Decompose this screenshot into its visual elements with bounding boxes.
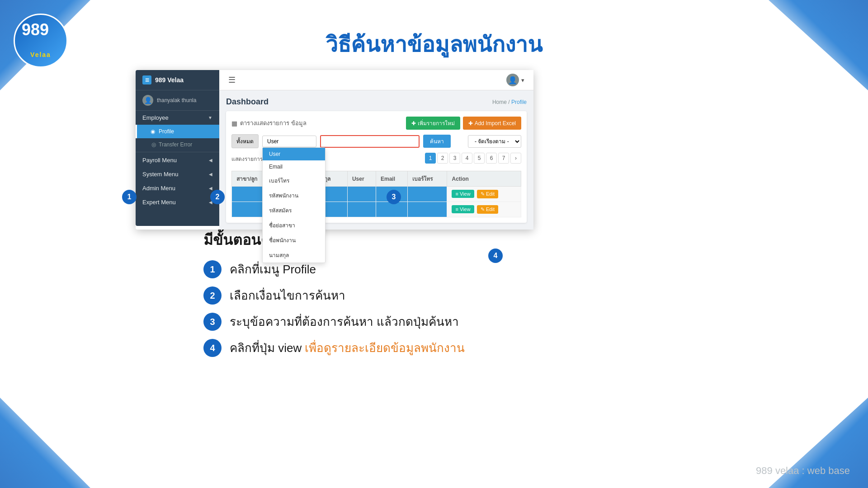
action-buttons: ✚ เพิ่มรายการใหม่ ✚ Add Import Excel [406, 117, 521, 130]
cell-action-1: ≡ View ✎ Edit [447, 187, 521, 202]
dropdown-item-emp-name[interactable]: ชื่อพนักงาน [263, 233, 325, 248]
user-avatar: 👤 [142, 95, 153, 106]
cell-phone-2 [408, 202, 447, 217]
col-action: Action [447, 171, 521, 187]
page-btn-6[interactable]: 6 [486, 153, 497, 164]
admin-label: Admin Menu [142, 185, 175, 192]
expert-label: Expert Menu [142, 199, 176, 206]
hamburger-icon[interactable]: ☰ [228, 75, 236, 85]
sort-select[interactable]: - จัดเรียงตาม - [468, 135, 521, 148]
sidebar-item-employee[interactable]: Employee ▼ [136, 111, 219, 125]
content-body: Dashboard Home / Profile ▦ ตารางแสดงรายก… [219, 90, 533, 230]
dropdown-item-reg-code[interactable]: รหัสสมัคร [263, 203, 325, 218]
dashboard-title: Dashboard [226, 97, 269, 107]
step-row-1: 1 คลิกที่เมนู Profile [203, 260, 465, 278]
profile-icon: ◉ [151, 128, 155, 135]
dropdown-item-email[interactable]: Email [263, 160, 325, 173]
employee-arrow-icon: ▼ [208, 115, 212, 120]
page-main-title: วิธีค้นหาข้อมูลพนักงาน [0, 27, 868, 61]
edit-button-1[interactable]: ✎ Edit [477, 190, 498, 198]
table-panel-header: ▦ ตารางแสดงรายการ ข้อมูล ✚ เพิ่มรายการให… [231, 117, 521, 130]
search-input[interactable] [320, 135, 420, 148]
sidebar-item-profile[interactable]: ◉ Profile [136, 125, 219, 138]
page-btn-next[interactable]: › [510, 153, 521, 164]
table-icon: ▦ [231, 120, 237, 127]
page-btn-5[interactable]: 5 [474, 153, 485, 164]
search-select-wrapper: User Email เบอร์โทร รหัสพนักงาน รหัสสมัค… [262, 136, 316, 147]
system-label: System Menu [142, 171, 178, 178]
table-title-text: ตารางแสดงรายการ ข้อมูล [240, 118, 307, 128]
search-dropdown-menu: User Email เบอร์โทร รหัสพนักงาน รหัสสมัค… [262, 147, 326, 263]
view-button-2[interactable]: ≡ View [452, 205, 474, 213]
sidebar-user: 👤 thanyalak thunla [136, 90, 219, 111]
view-button-1[interactable]: ≡ View [452, 190, 474, 198]
step-text-4: คลิกที่ปุ่ม view เพื่อดูรายละเอียดข้อมูล… [230, 339, 465, 356]
page-btn-7[interactable]: 7 [498, 153, 509, 164]
payroll-label: Payroll Menu [142, 157, 177, 164]
add-btn-label: เพิ่มรายการใหม่ [418, 119, 455, 127]
breadcrumb-profile: Profile [511, 99, 527, 105]
page-btn-2[interactable]: 2 [437, 153, 448, 164]
sidebar-item-admin[interactable]: Admin Menu ◀ [136, 181, 219, 195]
dropdown-item-emp-code[interactable]: รหัสพนักงาน [263, 188, 325, 203]
cell-user-2 [347, 202, 376, 217]
sidebar-brand: ☰ 989 Velaa [136, 70, 219, 90]
step-badge-4: 4 [203, 339, 222, 357]
step-badge-1: 1 [203, 260, 222, 278]
step-indicator-2: 2 [210, 190, 225, 204]
app-logo: 989 Velaa [14, 14, 68, 68]
step-text-2: เลือกเงื่อนไขการค้นหา [230, 286, 345, 304]
search-type-button[interactable]: ทั้งหมด [231, 134, 259, 148]
sidebar-item-transfer-error[interactable]: ◎ Transfer Error [136, 138, 219, 151]
step-row-2: 2 เลือกเงื่อนไขการค้นหา [203, 286, 465, 305]
search-bar: ทั้งหมด User Email เบอร์โทร รหัสพนักงาน … [231, 134, 521, 148]
page-btn-1[interactable]: 1 [425, 153, 436, 164]
breadcrumb: Home / Profile [492, 99, 527, 105]
page-btn-3[interactable]: 3 [449, 153, 460, 164]
system-arrow-icon: ◀ [209, 172, 212, 177]
sidebar-item-payroll[interactable]: Payroll Menu ◀ [136, 153, 219, 167]
step-indicator-1: 1 [122, 190, 137, 204]
page-title-bar: Dashboard Home / Profile [226, 97, 527, 107]
logo-989: 989 [22, 22, 49, 38]
logo-velaa: Velaa [30, 51, 51, 58]
breadcrumb-home: Home [492, 99, 507, 105]
import-excel-button[interactable]: ✚ Add Import Excel [463, 117, 521, 130]
sidebar-item-expert[interactable]: Expert Menu ◀ [136, 195, 219, 209]
topbar-user-area: 👤 ▾ [506, 74, 524, 86]
brand-icon: ☰ [142, 75, 151, 84]
search-button[interactable]: ค้นหา [423, 135, 451, 148]
profile-label: Profile [159, 128, 174, 135]
step4-black-text: คลิกที่ปุ่ม view [230, 341, 305, 355]
instructions-section: มีขั้นตอนดังนี้ 1 คลิกที่เมนู Profile 2 … [203, 228, 465, 365]
dropdown-item-lastname[interactable]: นามสกุล [263, 248, 325, 263]
dropdown-item-branch-abbr[interactable]: ชื่อย่อสาขา [263, 218, 325, 233]
dropdown-item-user[interactable]: User [263, 148, 325, 160]
admin-arrow-icon: ◀ [209, 186, 212, 191]
add-record-button[interactable]: ✚ เพิ่มรายการใหม่ [406, 117, 460, 130]
page-btn-4[interactable]: 4 [462, 153, 472, 164]
step-indicator-4: 4 [488, 249, 503, 263]
sidebar-divider-1 [136, 152, 219, 152]
step-text-3: ระบุข้อความที่ต้องการค้นหา แล้วกดปุ่มค้น… [230, 313, 459, 330]
edit-button-2[interactable]: ✎ Edit [477, 205, 498, 214]
col-email: Email [376, 171, 407, 187]
sidebar-item-system[interactable]: System Menu ◀ [136, 167, 219, 181]
transfer-error-label: Transfer Error [159, 141, 192, 148]
search-field-select[interactable]: User Email เบอร์โทร รหัสพนักงาน รหัสสมัค… [262, 136, 316, 147]
transfer-error-icon: ◎ [151, 141, 156, 148]
topbar-user-icon[interactable]: 👤 [506, 74, 519, 86]
topbar: ☰ 👤 ▾ [219, 70, 533, 90]
import-icon: ✚ [468, 120, 473, 127]
app-window: ☰ 989 Velaa 👤 thanyalak thunla Employee … [136, 70, 533, 230]
col-user: User [347, 171, 376, 187]
sidebar: ☰ 989 Velaa 👤 thanyalak thunla Employee … [136, 70, 219, 226]
dropdown-item-phone[interactable]: เบอร์โทร [263, 173, 325, 188]
table-panel-title: ▦ ตารางแสดงรายการ ข้อมูล [231, 118, 307, 128]
import-btn-label: Add Import Excel [475, 120, 516, 127]
pagination: 1 2 3 4 5 6 7 › [425, 153, 521, 164]
cell-user-1 [347, 187, 376, 202]
cell-action-2: ≡ View ✎ Edit [447, 202, 521, 217]
payroll-arrow-icon: ◀ [209, 158, 212, 163]
topbar-arrow-icon: ▾ [521, 77, 524, 84]
